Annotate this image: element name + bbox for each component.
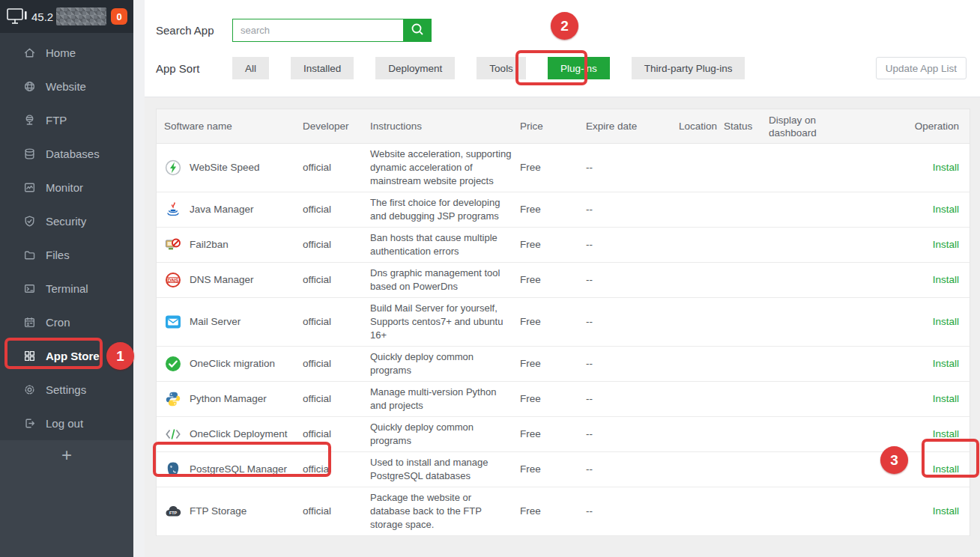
filter-plug-ins[interactable]: Plug-ins bbox=[548, 57, 610, 79]
app-name[interactable]: PostgreSQL Manager bbox=[190, 463, 287, 476]
sidebar-item-website[interactable]: Website bbox=[0, 70, 133, 103]
operation-cell: Install bbox=[851, 315, 961, 329]
search-box bbox=[232, 19, 432, 42]
column-header-display-on-dashboard: Display on dashboard bbox=[769, 114, 851, 139]
add-shortcut-button[interactable]: + bbox=[0, 445, 133, 466]
developer-cell: official bbox=[303, 427, 370, 441]
sidebar-item-security[interactable]: Security bbox=[0, 204, 133, 238]
sidebar-item-log-out[interactable]: Log out bbox=[0, 407, 133, 440]
message-count-badge[interactable]: 0 bbox=[111, 8, 127, 25]
install-link[interactable]: Install bbox=[933, 428, 959, 439]
table-row-ftp-storage: FTPFTP StorageofficialPackage the websit… bbox=[157, 487, 970, 536]
sidebar-item-monitor[interactable]: Monitor bbox=[0, 171, 133, 204]
server-header[interactable]: 45.2 0 bbox=[0, 0, 133, 33]
app-name[interactable]: OneClick Deployment bbox=[190, 427, 288, 441]
table-row-java-manager: Java ManagerofficialThe first choice for… bbox=[157, 192, 970, 228]
sidebar-item-label: Databases bbox=[46, 147, 100, 160]
developer-cell: official bbox=[303, 161, 370, 174]
operation-cell: Install bbox=[851, 161, 961, 174]
home-icon bbox=[22, 46, 36, 60]
instructions-cell: Package the website or database back to … bbox=[370, 491, 520, 532]
filter-buttons: AllInstalledDeploymentToolsPlug-insThird… bbox=[232, 57, 766, 79]
expire-date-cell: -- bbox=[586, 315, 679, 329]
install-link[interactable]: Install bbox=[933, 316, 959, 327]
sidebar-item-settings[interactable]: Settings bbox=[0, 373, 133, 407]
developer-cell: official bbox=[303, 463, 370, 476]
cron-icon bbox=[22, 316, 36, 329]
column-header-operation: Operation bbox=[851, 120, 961, 133]
sidebar-item-terminal[interactable]: Terminal bbox=[0, 272, 133, 305]
filter-tools[interactable]: Tools bbox=[477, 57, 526, 79]
price-cell: Free bbox=[520, 315, 586, 329]
install-link[interactable]: Install bbox=[933, 505, 959, 517]
filter-installed[interactable]: Installed bbox=[291, 57, 354, 79]
sidebar-item-ftp[interactable]: FTP bbox=[0, 103, 133, 137]
update-app-list-button[interactable]: Update App List bbox=[876, 57, 967, 79]
app-name[interactable]: DNS Manager bbox=[190, 273, 254, 287]
app-name[interactable]: WebSite Speed bbox=[190, 161, 260, 174]
files-icon bbox=[22, 249, 36, 262]
install-link[interactable]: Install bbox=[933, 204, 959, 215]
app-sort-label: App Sort bbox=[156, 62, 232, 75]
java-manager-app-icon bbox=[164, 201, 182, 219]
install-link[interactable]: Install bbox=[933, 463, 959, 475]
expire-date-cell: -- bbox=[586, 427, 679, 441]
sidebar-item-label: Log out bbox=[46, 417, 83, 430]
app-name[interactable]: OneClick migration bbox=[190, 357, 275, 371]
dns-manager-app-icon: DNS bbox=[164, 271, 182, 289]
sidebar-item-label: FTP bbox=[46, 114, 67, 127]
search-button[interactable] bbox=[403, 19, 432, 42]
sidebar-item-home[interactable]: Home bbox=[0, 36, 133, 70]
price-cell: Free bbox=[520, 392, 586, 406]
server-ip-label: 45.2 bbox=[31, 10, 53, 23]
search-input[interactable] bbox=[232, 19, 403, 42]
app-store-toolbar: Search App App Sort AllInstalledDeployme… bbox=[145, 0, 980, 97]
developer-cell: official bbox=[303, 273, 370, 287]
instructions-cell: Website acceleration, supporting dynamic… bbox=[370, 147, 520, 188]
sidebar-item-databases[interactable]: Databases bbox=[0, 137, 133, 171]
postgresql-manager-app-icon bbox=[164, 460, 182, 478]
main-content: Search App App Sort AllInstalledDeployme… bbox=[145, 0, 980, 557]
sidebar-item-cron[interactable]: Cron bbox=[0, 305, 133, 339]
app-name[interactable]: FTP Storage bbox=[190, 505, 246, 518]
filter-deployment[interactable]: Deployment bbox=[375, 57, 455, 79]
sidebar: 45.2 0 HomeWebsiteFTPDatabasesMonitorSec… bbox=[0, 0, 133, 557]
fail2ban-app-icon bbox=[164, 236, 182, 254]
expire-date-cell: -- bbox=[586, 505, 679, 518]
price-cell: Free bbox=[520, 161, 586, 174]
table-header-row: Software nameDeveloperInstructionsPriceE… bbox=[157, 109, 970, 144]
table-row-oneclick-migration: OneClick migrationofficialQuickly deploy… bbox=[157, 347, 970, 382]
sidebar-item-label: Cron bbox=[46, 316, 70, 329]
sidebar-item-label: Home bbox=[46, 46, 76, 59]
instructions-cell: Dns graphic management tool based on Pow… bbox=[370, 267, 520, 293]
install-link[interactable]: Install bbox=[933, 393, 959, 404]
sidebar-item-label: Files bbox=[46, 249, 70, 261]
ftp-icon bbox=[22, 114, 36, 127]
table-body: WebSite SpeedofficialWebsite acceleratio… bbox=[157, 144, 970, 536]
app-name[interactable]: Python Mamager bbox=[190, 392, 267, 406]
website-icon bbox=[22, 80, 36, 94]
sidebar-item-files[interactable]: Files bbox=[0, 238, 133, 272]
python-mamager-app-icon bbox=[164, 390, 182, 408]
app-name[interactable]: Fail2ban bbox=[190, 238, 229, 252]
install-link[interactable]: Install bbox=[933, 162, 959, 173]
install-link[interactable]: Install bbox=[933, 239, 959, 250]
operation-cell: Install bbox=[851, 392, 961, 406]
app-name[interactable]: Mail Server bbox=[190, 315, 241, 329]
expire-date-cell: -- bbox=[586, 238, 679, 252]
instructions-cell: Build Mail Server for yourself, Supports… bbox=[370, 302, 520, 342]
sidebar-item-app-store[interactable]: App Store bbox=[0, 339, 133, 373]
filter-third-party-plug-ins[interactable]: Third-party Plug-ins bbox=[632, 57, 745, 79]
operation-cell: Install bbox=[851, 273, 961, 287]
expire-date-cell: -- bbox=[586, 203, 679, 216]
website-speed-app-icon bbox=[164, 159, 182, 177]
install-link[interactable]: Install bbox=[933, 358, 959, 369]
operation-cell: Install bbox=[851, 463, 961, 476]
price-cell: Free bbox=[520, 357, 586, 371]
filter-all[interactable]: All bbox=[232, 57, 269, 79]
app-name[interactable]: Java Manager bbox=[190, 203, 254, 216]
logout-icon bbox=[22, 417, 36, 430]
app-sort-row: App Sort AllInstalledDeploymentToolsPlug… bbox=[156, 57, 980, 79]
table-row-website-speed: WebSite SpeedofficialWebsite acceleratio… bbox=[157, 144, 970, 192]
install-link[interactable]: Install bbox=[933, 274, 959, 285]
